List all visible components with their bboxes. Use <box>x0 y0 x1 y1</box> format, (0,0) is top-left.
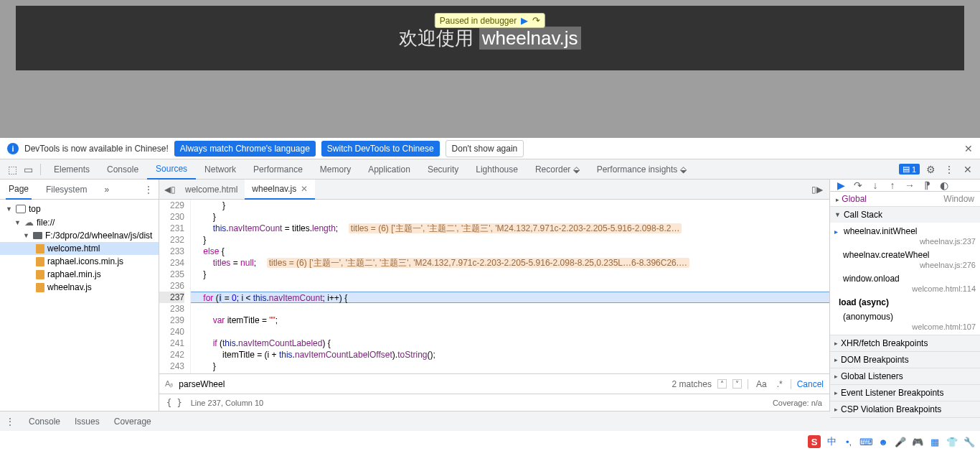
section-event-listener-bp[interactable]: ▸Event Listener Breakpoints <box>830 385 980 401</box>
skin-icon[interactable]: 👕 <box>946 435 958 448</box>
line-gutter[interactable]: 2292302312322332342352362372382392402412… <box>159 200 191 373</box>
device-icon[interactable]: ▭ <box>20 162 36 177</box>
code-editor[interactable]: 2292302312322332342352362372382392402412… <box>159 200 829 373</box>
info-icon: i <box>7 143 19 154</box>
always-match-button[interactable]: Always match Chrome's language <box>174 141 316 157</box>
dont-show-button[interactable]: Don't show again <box>446 140 524 157</box>
search-prev-icon[interactable]: ˄ <box>717 379 727 389</box>
tab-performance[interactable]: Performance <box>245 160 311 179</box>
settings-icon[interactable]: ⚙ <box>923 162 938 177</box>
resume-button-icon[interactable]: ▶ <box>834 180 847 191</box>
code-lines[interactable]: } } this.navItemCount = titles.length; t… <box>191 200 829 373</box>
tree-folder[interactable]: ▼F:/3dpro/2d/wheelnav/js/dist <box>0 229 159 242</box>
step-out-button-icon[interactable]: ↑ <box>886 180 899 191</box>
stack-frame[interactable]: wheelnav.initWheelwheelnav.js:237 <box>830 224 980 248</box>
more-icon[interactable]: ⋮ <box>941 162 957 177</box>
mic-icon[interactable]: 🎤 <box>894 435 907 448</box>
game-icon[interactable]: 🎮 <box>911 435 924 448</box>
paused-debugger-badge: Paused in debugger ▶ ↷ <box>435 13 545 28</box>
punct-icon[interactable]: •, <box>842 435 855 448</box>
tab-console[interactable]: Console <box>98 160 147 179</box>
folder-icon <box>33 232 42 239</box>
language-info-bar: i DevTools is now available in Chinese! … <box>0 138 980 159</box>
inspect-icon[interactable]: ⬚ <box>4 162 20 177</box>
step-over-button-icon[interactable]: ↷ <box>852 180 864 191</box>
tab-security[interactable]: Security <box>419 160 467 179</box>
tab-sources[interactable]: Sources <box>147 159 196 180</box>
section-csp-bp[interactable]: ▸CSP Violation Breakpoints <box>830 401 980 417</box>
navigator-tab-page[interactable]: Page <box>6 180 32 200</box>
tool-icon[interactable]: 🔧 <box>963 435 976 448</box>
drawer-menu-icon[interactable]: ⋮ <box>6 417 14 427</box>
navigator-tab-filesystem[interactable]: Filesystem <box>43 180 90 199</box>
debugger-panel: ▶ ↷ ↓ ↑ → ⁋ ◐ ▸ GlobalWindow ▼Call Stack… <box>830 180 980 411</box>
section-global-listeners[interactable]: ▸Global Listeners <box>830 368 980 384</box>
step-into-button-icon[interactable]: ↓ <box>869 180 882 191</box>
tab-elements[interactable]: Elements <box>45 160 98 179</box>
editor-tab-welcome[interactable]: welcome.html <box>178 180 245 199</box>
deactivate-bp-icon[interactable]: ⁋ <box>920 180 933 191</box>
close-devtools-icon[interactable]: ✕ <box>960 162 976 177</box>
tree-file-raphael-icons[interactable]: raphael.icons.min.js <box>0 255 159 268</box>
pretty-print-icon[interactable]: { } <box>166 398 182 408</box>
grid-icon[interactable]: ▦ <box>928 435 941 448</box>
step-over-icon[interactable]: ↷ <box>532 15 540 26</box>
tab-network[interactable]: Network <box>196 160 245 179</box>
cloud-icon: ☁ <box>24 217 34 228</box>
navigator-menu-icon[interactable]: ⋮ <box>144 185 153 195</box>
tree-origin[interactable]: ▼☁file:// <box>0 215 159 229</box>
drawer-tab-issues[interactable]: Issues <box>75 417 100 427</box>
pause-exceptions-icon[interactable]: ◐ <box>938 180 951 191</box>
system-tray: S 中 •, ⌨ ☻ 🎤 🎮 ▦ 👕 🔧 <box>804 432 980 451</box>
inline-value: titles = (6) ['主题一', '主题二', '主题三', 'M24.… <box>267 258 689 268</box>
tab-lighthouse[interactable]: Lighthouse <box>467 160 527 179</box>
welcome-lib-name: wheelnav.js <box>479 27 581 50</box>
call-stack-header[interactable]: ▼Call Stack <box>830 207 980 223</box>
lang-icon[interactable]: 中 <box>825 435 838 448</box>
stack-frame[interactable]: window.onloadwelcome.html:114 <box>830 271 980 295</box>
show-debugger-icon[interactable]: ▯▶ <box>809 185 825 195</box>
search-mode-icon[interactable]: Aᵦ <box>165 379 173 389</box>
tab-performance-insights[interactable]: Performance insights ⬙ <box>588 160 695 179</box>
tab-memory[interactable]: Memory <box>311 160 359 179</box>
close-icon[interactable]: ✕ <box>964 143 973 154</box>
keyboard-icon[interactable]: ⌨ <box>859 435 872 448</box>
messages-badge[interactable]: ▤ 1 <box>899 164 920 175</box>
file-icon <box>36 283 44 292</box>
stack-frame[interactable]: wheelnav.createWheelwheelnav.js:276 <box>830 248 980 271</box>
scope-global[interactable]: ▸ GlobalWindow <box>830 192 980 206</box>
navigator-more-icon[interactable]: » <box>104 185 109 195</box>
ime-icon[interactable]: S <box>808 435 821 448</box>
close-tab-icon[interactable]: ✕ <box>301 184 308 194</box>
navigator-tabs: Page Filesystem » ⋮ <box>0 180 159 200</box>
cursor-position: Line 237, Column 10 <box>191 399 264 407</box>
search-bar: Aᵦ 2 matches ˄ ˅ Aa .* Cancel <box>159 373 829 394</box>
tab-recorder[interactable]: Recorder ⬙ <box>527 160 588 179</box>
section-dom-breakpoints[interactable]: ▸DOM Breakpoints <box>830 352 980 368</box>
tree-file-wheelnav[interactable]: wheelnav.js <box>0 281 159 294</box>
search-input[interactable] <box>179 379 666 389</box>
step-button-icon[interactable]: → <box>903 180 916 191</box>
match-case-icon[interactable]: Aa <box>754 379 769 389</box>
search-cancel[interactable]: Cancel <box>797 379 824 389</box>
tree-file-welcome[interactable]: welcome.html <box>0 242 159 255</box>
regex-icon[interactable]: .* <box>775 379 785 389</box>
search-next-icon[interactable]: ˅ <box>732 379 742 389</box>
tab-application[interactable]: Application <box>359 160 419 179</box>
resume-icon[interactable]: ▶ <box>521 15 528 26</box>
search-matches: 2 matches <box>672 379 712 389</box>
section-xhr-breakpoints[interactable]: ▸XHR/fetch Breakpoints <box>830 335 980 351</box>
devtools-tabbar: ⬚ ▭ Elements Console Sources Network Per… <box>0 159 980 180</box>
debugger-toolbar: ▶ ↷ ↓ ↑ → ⁋ ◐ <box>830 180 980 192</box>
tree-file-raphael[interactable]: raphael.min.js <box>0 268 159 281</box>
tree-top[interactable]: ▼top <box>0 203 159 215</box>
drawer-tab-coverage[interactable]: Coverage <box>114 417 151 427</box>
stack-frame[interactable]: (anonymous)welcome.html:107 <box>830 310 980 333</box>
hide-navigator-icon[interactable]: ◀▯ <box>162 185 178 195</box>
editor-status-bar: { } Line 237, Column 10 Coverage: n/a <box>159 394 829 411</box>
drawer-tab-console[interactable]: Console <box>29 417 60 427</box>
paused-text: Paused in debugger <box>440 16 517 26</box>
switch-chinese-button[interactable]: Switch DevTools to Chinese <box>321 141 440 157</box>
editor-tab-wheelnav[interactable]: wheelnav.js✕ <box>245 180 315 200</box>
emoji-icon[interactable]: ☻ <box>877 435 890 448</box>
